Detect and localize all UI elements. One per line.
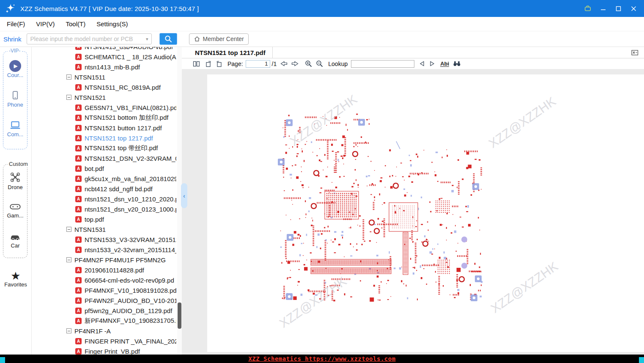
- svg-text:XZZ@XZZHK: XZZ@XZZHK: [488, 259, 561, 316]
- tree-file-item[interactable]: ASCHEMATIC1 _ 18_I2S Audio(AL: [32, 52, 176, 62]
- tree-group[interactable]: NTSN1521: [32, 92, 176, 102]
- tree-group[interactable]: NTSN1531: [32, 224, 176, 234]
- tree-group[interactable]: PF4MN2F PF4MU1F PF5MN2G: [32, 255, 176, 265]
- rotate-left-icon[interactable]: [205, 60, 212, 67]
- tree-file-item[interactable]: Antsn1533_v2-32vram_20151114_: [32, 245, 176, 255]
- collapse-expander-icon[interactable]: [66, 257, 71, 262]
- pdf-canvas-area: XZZ@XZZHKXZZ@XZZHKXZZ@XZZHKXZZ@XZZHK: [182, 69, 644, 355]
- pdf-file-icon: A: [75, 186, 82, 192]
- collapse-expander-icon[interactable]: [66, 328, 71, 333]
- tree-file-item[interactable]: AFINGER PRINT _VA_FINAL_20200: [32, 336, 176, 346]
- text-select-abi-icon[interactable]: Abi: [440, 61, 449, 67]
- minimize-button[interactable]: [599, 5, 607, 12]
- find-prev-icon[interactable]: [419, 61, 425, 66]
- tree-file-item[interactable]: ANTSN1521_DSN_V2-32VRAM_04: [32, 153, 176, 163]
- close-document-icon[interactable]: [631, 50, 639, 56]
- menu-item-settings[interactable]: Settings(S): [96, 20, 128, 28]
- tree-item-label: ncbt412 sdd_ngff bd.pdf: [85, 185, 153, 192]
- tree-file-item[interactable]: APF4WN2F_AUDIO_BD_V10-2019: [32, 295, 176, 305]
- tree-item-label: PF4WN2F_AUDIO_BD_V10-2019: [85, 297, 176, 304]
- tree-file-item[interactable]: APF4MNXF_V10_1908191028.pdf: [32, 285, 176, 295]
- lookup-input[interactable]: [351, 60, 414, 68]
- vip-item-2[interactable]: Phone: [3, 91, 27, 108]
- tree-item-label: NTSN1531: [74, 226, 106, 233]
- tree-file-item[interactable]: Atop.pdf: [32, 214, 176, 224]
- custom-item-2[interactable]: Gam...: [3, 202, 27, 219]
- tree-file-item[interactable]: ANTSN1521 top 带丝印.pdf: [32, 143, 176, 153]
- custom-item-3[interactable]: Car: [3, 232, 27, 249]
- go-forward-icon[interactable]: [291, 61, 299, 66]
- resize-corner-right: [639, 357, 644, 363]
- menu-item-vip[interactable]: VIP(V): [36, 20, 55, 28]
- vip-item-1[interactable]: ▶Cour...: [3, 60, 27, 78]
- tree-file-item[interactable]: Ancbt412 sdd_ngff bd.pdf: [32, 184, 176, 194]
- tree-file-item[interactable]: Apf5wn2g_AUDIO_DB_1129.pdf: [32, 305, 176, 316]
- tree-file-item[interactable]: ANTSN1413_usb+AUDIO-vb.pdf: [32, 47, 176, 52]
- tree-file-item[interactable]: Abot.pdf: [32, 163, 176, 173]
- go-back-icon[interactable]: [280, 61, 288, 66]
- page-total-label: /1: [272, 60, 277, 67]
- rotate-right-icon[interactable]: [216, 60, 222, 67]
- tree-item-label: ntsn1521_dsn_v10_1210_2020.pd: [85, 195, 176, 203]
- tree-item-label: 20190610114828.pdf: [85, 267, 144, 274]
- zoom-in-icon[interactable]: [305, 60, 312, 67]
- shrink-button[interactable]: Shrink: [3, 36, 22, 43]
- vip-item-label: Com...: [3, 131, 27, 138]
- panel-collapse-handle[interactable]: ‹: [181, 183, 187, 208]
- pdf-file-icon: A: [75, 135, 82, 141]
- tree-scrollbar-thumb[interactable]: [178, 302, 181, 329]
- chevron-down-icon[interactable]: ▾: [146, 36, 148, 42]
- tree-group[interactable]: PF4NR1F -A: [32, 326, 176, 336]
- pdf-page[interactable]: XZZ@XZZHKXZZ@XZZHKXZZ@XZZHKXZZ@XZZHK: [207, 74, 644, 352]
- menu-item-tool[interactable]: Tool(T): [66, 20, 86, 28]
- tree-file-item[interactable]: A新PF4MNXF_V10_1908231705.p: [32, 316, 176, 326]
- tree-file-item[interactable]: AFinger Print_VB.pdf: [32, 346, 176, 355]
- member-center-button[interactable]: Member Center: [189, 33, 249, 45]
- tree-file-item[interactable]: A20190610114828.pdf: [32, 265, 176, 275]
- collapse-expander-icon[interactable]: [66, 95, 71, 100]
- custom-item-1[interactable]: Drone: [3, 172, 27, 190]
- custom-group-box: Custom DroneGam...Car: [3, 164, 27, 258]
- vip-safe-icon[interactable]: [584, 5, 592, 12]
- binoculars-icon[interactable]: [453, 61, 461, 66]
- vip-item-3[interactable]: Com...: [3, 120, 27, 138]
- tree-file-item[interactable]: Antsn1521_dsn_v20_0123_1000.pd: [32, 204, 176, 214]
- maximize-button[interactable]: [614, 5, 622, 12]
- tree-file-item[interactable]: ANTSN1511_RC_0819A.pdf: [32, 82, 176, 92]
- collapse-expander-icon[interactable]: [66, 74, 71, 80]
- find-next-icon[interactable]: [430, 61, 435, 66]
- model-search-box[interactable]: ▾: [27, 33, 152, 44]
- two-page-view-icon[interactable]: [193, 60, 200, 67]
- main-area: -VIP- ▶Cour...PhoneCom... Custom DroneGa…: [0, 47, 644, 355]
- pdf-file-icon: A: [75, 84, 82, 91]
- gamepad-icon: [10, 202, 21, 211]
- tree-file-item[interactable]: ANTSN1521 top 1217.pdf: [32, 133, 176, 143]
- tree-file-item[interactable]: AGE5SN71_VB1_FINAL(0821).pdf: [32, 102, 176, 113]
- document-tab-title: NTSN1521 top 1217.pdf: [195, 49, 266, 56]
- tree-item-label: ntsn1521_dsn_v20_0123_1000.pd: [85, 206, 176, 213]
- tree-file-item[interactable]: ANTSN1533_V3-32VRAM_201512: [32, 234, 176, 245]
- tree-file-item[interactable]: ANTSN1521 bottom 加丝印.pdf: [32, 113, 176, 123]
- pdf-file-icon: A: [75, 165, 82, 172]
- document-tab[interactable]: NTSN1521 top 1217.pdf: [188, 47, 273, 58]
- tree-item-label: NTSN1511_RC_0819A.pdf: [85, 84, 161, 91]
- member-center-label: Member Center: [203, 36, 244, 42]
- tree-file-item[interactable]: A606654-cml-eds-vol2-rev0p9.pd: [32, 275, 176, 285]
- zoom-out-icon[interactable]: [316, 60, 323, 67]
- sidebar-item-favorites[interactable]: ★ Favorites: [0, 270, 31, 288]
- tree-file-item[interactable]: Antsn1413_mb-B.pdf: [32, 62, 176, 72]
- menu-bar: File(F)VIP(V)Tool(T)Settings(S): [0, 17, 644, 31]
- custom-item-label: Gam...: [3, 212, 27, 219]
- tree-file-item[interactable]: Antsn1521_dsn_v10_1210_2020.pd: [32, 194, 176, 204]
- menu-item-file[interactable]: File(F): [7, 20, 25, 28]
- tree-file-item[interactable]: Agk5cu1x_mb_va_final_20181029: [32, 173, 176, 184]
- model-search-input[interactable]: [27, 36, 146, 42]
- collapse-expander-icon[interactable]: [66, 227, 71, 232]
- tree-group[interactable]: NTSN1511: [32, 72, 176, 82]
- custom-group-label: Custom: [8, 161, 29, 167]
- page-number-input[interactable]: [246, 60, 270, 68]
- tree-item-label: PF4MNXF_V10_1908191028.pdf: [85, 287, 176, 294]
- search-button[interactable]: [159, 33, 177, 45]
- tree-file-item[interactable]: ANTSN1521 button 1217.pdf: [32, 123, 176, 133]
- close-button[interactable]: [630, 5, 637, 12]
